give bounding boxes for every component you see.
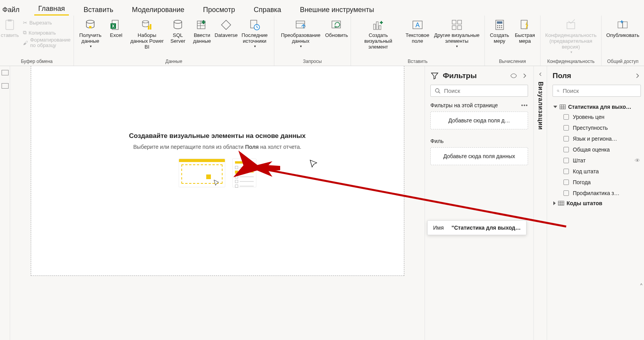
- sql-button[interactable]: SQL Server: [166, 17, 190, 45]
- refresh-button[interactable]: Обновить: [325, 17, 348, 39]
- caret-down-icon: [553, 106, 557, 108]
- table-stats[interactable]: Статистика для выхо…: [553, 102, 641, 112]
- eye-icon[interactable]: [510, 72, 517, 79]
- table-codes[interactable]: Коды штатов: [553, 199, 641, 208]
- tab-file[interactable]: Файл: [1, 3, 23, 16]
- copy-label: Копировать: [29, 30, 56, 36]
- left-view-rail: [0, 66, 10, 340]
- visual-label: Создать визуальный элемент: [356, 33, 401, 50]
- svg-rect-22: [379, 26, 381, 30]
- field-crime[interactable]: Преступность: [553, 122, 641, 133]
- enter-data-button[interactable]: Ввести данные: [190, 17, 214, 45]
- paste-button[interactable]: ставить: [0, 17, 21, 39]
- pbi-datasets-button[interactable]: Наборы данных Power BI: [128, 17, 166, 51]
- text-box-button[interactable]: A Текстовое поле: [403, 17, 432, 45]
- fields-search[interactable]: [553, 85, 641, 97]
- checkbox[interactable]: [563, 136, 569, 141]
- allpages-filters-dropzone[interactable]: Добавьте сюда поля данных: [430, 147, 528, 165]
- svg-rect-8: [148, 26, 149, 30]
- checkbox[interactable]: [563, 114, 569, 120]
- canvas-area: Создавайте визуальные элементы на основе…: [10, 66, 425, 340]
- filters-search[interactable]: [430, 85, 528, 97]
- paste-icon: [3, 18, 17, 32]
- table-stats-name: Статистика для выхо…: [568, 104, 632, 110]
- format-label: Форматирование по образцу: [30, 37, 72, 49]
- hint-title: Создавайте визуальные элементы на основе…: [129, 132, 305, 140]
- transform-data-button[interactable]: Преобразование данных▾: [277, 17, 325, 49]
- report-view-icon[interactable]: [2, 70, 9, 75]
- chevron-right-icon[interactable]: [521, 72, 528, 79]
- fields-header: Поля: [553, 71, 641, 80]
- group-label-calc: Вычисления: [499, 59, 526, 65]
- tab-home[interactable]: Главная: [34, 2, 69, 16]
- clipboard-small-buttons: ✂ Вырезать ⧉ Копировать 🖌 Форматирование…: [21, 17, 74, 47]
- enter-data-icon: [195, 18, 209, 32]
- checkbox[interactable]: [563, 169, 569, 174]
- filters-search-input[interactable]: [444, 87, 524, 94]
- field-weather[interactable]: Погода: [553, 177, 641, 188]
- group-insert: Создать визуальный элемент A Текстовое п…: [351, 16, 485, 66]
- cut-label: Вырезать: [30, 20, 52, 26]
- mock-canvas-illustration: [178, 159, 225, 187]
- checkbox[interactable]: [563, 125, 569, 131]
- more-icon[interactable]: •••: [521, 102, 528, 108]
- page-filters-dropzone[interactable]: Добавьте сюда поля д…: [430, 112, 528, 129]
- field-price[interactable]: Уровень цен: [553, 112, 641, 122]
- report-canvas[interactable]: Создавайте визуальные элементы на основе…: [31, 66, 404, 276]
- group-sensitivity: Конфиденциальность (предварительная верс…: [540, 16, 602, 66]
- new-measure-button[interactable]: Создать меру: [487, 17, 512, 45]
- checkbox[interactable]: [563, 147, 569, 152]
- format-painter-button[interactable]: 🖌 Форматирование по образцу: [21, 38, 74, 47]
- visualizations-pane-collapsed[interactable]: Визуализации: [533, 66, 547, 340]
- publish-icon: [616, 18, 630, 32]
- field-overall[interactable]: Общая оценка: [553, 144, 641, 155]
- tab-insert[interactable]: Вставить: [80, 3, 117, 16]
- svg-rect-9: [150, 24, 151, 30]
- field-label: Язык и региона…: [573, 136, 617, 142]
- field-language[interactable]: Язык и региона…: [553, 133, 641, 144]
- dataverse-icon: [219, 18, 233, 32]
- group-clipboard: ставить ✂ Вырезать ⧉ Копировать 🖌 Формат…: [0, 16, 74, 66]
- ribbon-collapse-icon[interactable]: ^: [640, 282, 642, 288]
- field-state-code[interactable]: Код штата: [553, 166, 641, 177]
- checkbox[interactable]: [563, 190, 569, 196]
- checkbox[interactable]: [563, 158, 569, 163]
- chevron-right-icon[interactable]: [634, 72, 641, 79]
- chevron-down-icon: ▾: [570, 50, 572, 54]
- get-data-label: Получить данные: [79, 33, 102, 44]
- fields-search-input[interactable]: [563, 87, 637, 94]
- measure-label: Создать меру: [490, 33, 510, 44]
- data-view-icon[interactable]: [2, 83, 9, 89]
- group-label-queries: Запросы: [303, 59, 321, 65]
- checkbox[interactable]: [563, 180, 569, 185]
- sensitivity-button[interactable]: Конфиденциальность (предварительная верс…: [543, 17, 599, 55]
- chevron-left-icon[interactable]: [538, 71, 543, 77]
- field-label: Штат: [573, 157, 586, 164]
- cut-button[interactable]: ✂ Вырезать: [21, 18, 74, 27]
- quick-measure-button[interactable]: Быстрая мера: [512, 17, 538, 45]
- group-calc: Создать меру Быстрая мера Вычисления: [485, 16, 541, 66]
- field-state[interactable]: Штат👁: [553, 155, 641, 166]
- excel-icon: X: [109, 18, 123, 32]
- group-queries: Преобразование данных▾ Обновить Запросы: [274, 16, 351, 66]
- sensitivity-label: Конфиденциальность (предварительная верс…: [545, 33, 597, 50]
- dataverse-button[interactable]: Dataverse: [214, 17, 238, 39]
- svg-point-36: [501, 27, 502, 28]
- tab-view[interactable]: Просмотр: [199, 3, 239, 16]
- get-data-button[interactable]: Получить данные▾: [76, 17, 104, 49]
- allpages-text: Филь: [430, 138, 444, 144]
- tab-external[interactable]: Внешние инструменты: [296, 3, 378, 16]
- eye-icon[interactable]: 👁: [635, 157, 640, 164]
- new-visual-button[interactable]: Создать визуальный элемент: [353, 17, 403, 51]
- field-health[interactable]: Профилактика з…: [553, 188, 641, 199]
- svg-text:A: A: [415, 22, 419, 28]
- tab-modeling[interactable]: Моделирование: [128, 3, 188, 16]
- table-codes-name: Коды штатов: [567, 200, 602, 206]
- recent-sources-button[interactable]: Последние источники▾: [238, 17, 271, 49]
- excel-button[interactable]: X Excel: [104, 17, 128, 39]
- publish-button[interactable]: Опубликовать: [604, 17, 642, 39]
- more-visuals-button[interactable]: Другие визуальные элементы▾: [432, 17, 482, 49]
- excel-label: Excel: [110, 33, 122, 38]
- tab-help[interactable]: Справка: [250, 3, 285, 16]
- copy-button[interactable]: ⧉ Копировать: [21, 28, 74, 37]
